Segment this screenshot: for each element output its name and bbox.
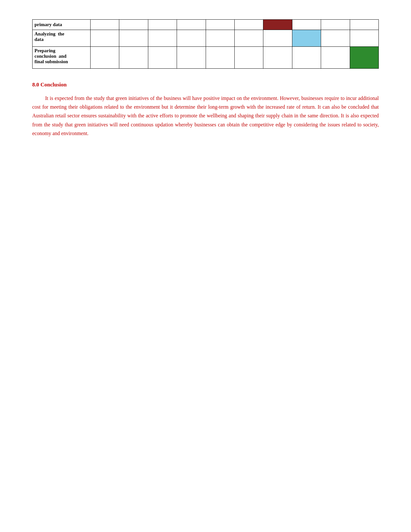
table-cell [91,20,119,30]
table-cell [350,20,378,30]
table-cell-colored [292,30,321,47]
table-cell [119,47,148,69]
table-cell [119,20,148,30]
row-label-preparing: Preparingconclusion andfinal submission [33,47,91,69]
conclusion-heading: 8.0 Conclusion [32,82,379,88]
conclusion-section: 8.0 Conclusion It is expected from the s… [32,82,379,138]
table-cell [119,30,148,47]
row-label-analyzing: Analyzing thedata [33,30,91,47]
table-cell [177,30,206,47]
schedule-table: primary data Analyzing thedata [32,19,379,69]
table-row: Preparingconclusion andfinal submission [33,47,379,69]
row-label-primary: primary data [33,20,91,30]
table-cell [148,20,177,30]
table-cell [234,47,263,69]
table-cell [263,47,292,69]
table-cell [206,30,234,47]
table-cell [263,30,292,47]
table-cell [321,47,350,69]
table-cell [206,47,234,69]
table-cell [91,30,119,47]
page: primary data Analyzing thedata [0,0,411,532]
table-cell [177,47,206,69]
table-cell [148,30,177,47]
table-cell [234,30,263,47]
table-cell [177,20,206,30]
table-cell [234,20,263,30]
table-cell [292,20,321,30]
table-cell-colored [263,20,292,30]
table-row: primary data [33,20,379,30]
table-row: Analyzing thedata [33,30,379,47]
table-cell-colored [350,47,378,69]
table-cell [292,47,321,69]
table-cell [350,30,378,47]
table-cell [148,47,177,69]
table-cell [321,30,350,47]
conclusion-paragraph: It is expected from the study that green… [32,94,379,138]
table-cell [321,20,350,30]
table-section: primary data Analyzing thedata [32,19,379,69]
table-cell [206,20,234,30]
table-cell [91,47,119,69]
